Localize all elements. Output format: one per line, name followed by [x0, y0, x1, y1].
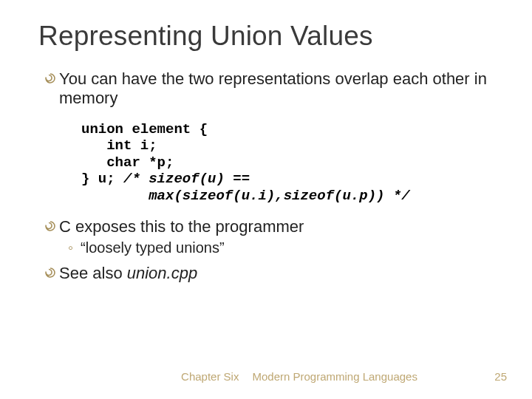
- code-comment-1: /* sizeof(u) ==: [123, 171, 250, 187]
- slide: Representing Union Values You can have t…: [0, 0, 532, 399]
- bullet-item-2: C exposes this to the programmer: [38, 217, 502, 236]
- page-number: 25: [494, 370, 507, 383]
- footer-center: Chapter Six Modern Programming Languages: [181, 370, 417, 383]
- code-line-3: char *p;: [81, 154, 174, 171]
- see-also-label: See also: [59, 264, 127, 282]
- sub-bullet-item: ◦ “loosely typed unions”: [38, 239, 502, 256]
- code-comment-2: max(sizeof(u.i),sizeof(u.p)) */: [81, 188, 410, 204]
- bullet-item-3: See also union.cpp: [38, 264, 502, 283]
- bullet-text-3: See also union.cpp: [59, 264, 197, 283]
- code-line-2: int i;: [81, 137, 157, 154]
- slide-title: Representing Union Values: [38, 21, 502, 52]
- footer-book: Modern Programming Languages: [252, 370, 417, 383]
- swirl-bullet-icon: [44, 72, 56, 84]
- code-block: union element { int i; char *p; } u; /* …: [81, 121, 502, 204]
- sub-bullet-text: “loosely typed unions”: [81, 239, 225, 256]
- bullet-text-1: You can have the two representations ove…: [59, 69, 502, 108]
- circle-bullet-icon: ◦: [68, 239, 73, 256]
- footer: Chapter Six Modern Programming Languages: [0, 370, 532, 383]
- swirl-bullet-icon: [44, 220, 56, 232]
- code-line-4a: } u;: [81, 171, 123, 187]
- footer-chapter: Chapter Six: [181, 370, 239, 383]
- code-line-1: union element {: [81, 121, 208, 137]
- swirl-bullet-icon: [44, 267, 56, 279]
- bullet-text-2: C exposes this to the programmer: [59, 217, 304, 236]
- bullet-item-1: You can have the two representations ove…: [38, 69, 502, 108]
- see-also-filename: union.cpp: [127, 264, 197, 282]
